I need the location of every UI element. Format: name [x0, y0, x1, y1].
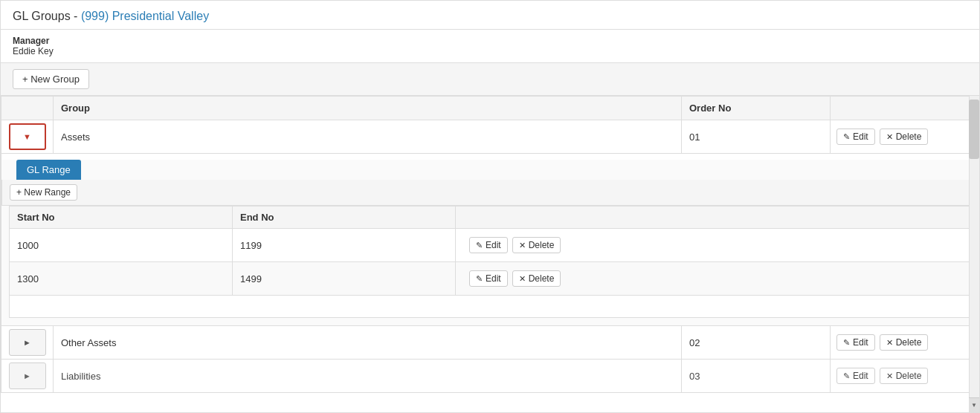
edit-range-button-1[interactable]: ✎ Edit [469, 237, 508, 253]
pencil-icon: ✎ [843, 132, 850, 142]
group-name-assets: Assets [54, 126, 681, 149]
times-icon-liab: ✕ [886, 371, 893, 381]
page-title: GL Groups - (999) Presidential Valley [13, 10, 967, 23]
actions-cell-other-assets: ✎ Edit ✕ Delete [831, 326, 979, 360]
expanded-row-assets: GL Range + New Range [1, 154, 979, 326]
gl-range-toolbar: + New Range [1, 180, 979, 206]
scroll-down-icon: ▼ [971, 402, 977, 409]
title-highlight: (999) Presidential Valley [81, 10, 209, 22]
edit-button-liabilities[interactable]: ✎ Edit [836, 368, 875, 384]
scrollbar-thumb[interactable] [969, 100, 979, 159]
range-row-empty [10, 296, 971, 318]
header-range-actions [456, 206, 971, 229]
manager-label: Manager [13, 36, 967, 46]
header-actions [831, 97, 979, 120]
main-content: Group Order No ▼ Assets [1, 96, 979, 412]
range-actions-1: ✎ Edit ✕ Delete [456, 229, 971, 262]
main-table-header: Group Order No [1, 97, 979, 120]
main-table-body: ▼ Assets 01 ✎ Edit [1, 120, 979, 393]
toolbar: + New Group [1, 63, 979, 96]
edit-button-assets[interactable]: ✎ Edit [836, 129, 875, 145]
table-row: ▼ Assets 01 ✎ Edit [1, 120, 979, 154]
row-expand-cell: ▼ [1, 120, 54, 154]
group-cell-other-assets: Other Assets [54, 326, 682, 360]
header-end-no: End No [233, 206, 456, 229]
new-group-button[interactable]: + New Group [13, 69, 89, 89]
table-row-other-assets: ► Other Assets 02 ✎ Edit [1, 326, 979, 360]
order-no-assets: 01 [682, 126, 830, 149]
actions-cell-assets: ✎ Edit ✕ Delete [831, 120, 979, 154]
edit-button-other-assets[interactable]: ✎ Edit [836, 334, 875, 351]
order-cell-liabilities: 03 [682, 360, 831, 393]
range-table-header: Start No End No [10, 206, 971, 229]
order-no-liabilities: 03 [682, 365, 830, 388]
expand-button-assets[interactable]: ▼ [9, 123, 46, 150]
start-no-1: 1000 [10, 229, 233, 262]
expand-cell-liabilities: ► [1, 360, 54, 393]
header-order: Order No [682, 97, 831, 120]
delete-range-button-2[interactable]: ✕ Delete [512, 270, 561, 287]
delete-button-assets[interactable]: ✕ Delete [880, 129, 929, 145]
new-range-button[interactable]: + New Range [10, 184, 77, 201]
order-cell-assets: 01 [682, 120, 831, 154]
expand-button-liabilities[interactable]: ► [9, 362, 46, 389]
gl-range-tab: GL Range [16, 160, 81, 180]
times-icon-range-1: ✕ [519, 241, 526, 250]
times-icon-range-2: ✕ [519, 274, 526, 284]
group-name-other-assets: Other Assets [54, 331, 681, 354]
manager-name: Eddie Key [13, 46, 967, 56]
group-cell-assets: Assets [54, 120, 682, 154]
header-expand [1, 97, 54, 120]
scrollbar-track[interactable]: ▼ [969, 96, 979, 412]
gl-range-container: GL Range + New Range [1, 160, 979, 325]
order-no-other-assets: 02 [682, 331, 830, 354]
pencil-icon-liab: ✎ [843, 371, 850, 381]
expand-cell-other-assets: ► [1, 326, 54, 360]
pencil-icon-other: ✎ [843, 338, 850, 348]
expanded-content-assets: GL Range + New Range [1, 154, 979, 326]
times-icon: ✕ [886, 132, 893, 142]
page-header: GL Groups - (999) Presidential Valley [1, 1, 979, 30]
end-no-1: 1199 [233, 229, 456, 262]
page-container: GL Groups - (999) Presidential Valley Ma… [0, 0, 980, 413]
range-row-1: 1000 1199 ✎ Edit [10, 229, 971, 262]
order-cell-other-assets: 02 [682, 326, 831, 360]
title-prefix: GL Groups - [13, 10, 81, 22]
edit-range-button-2[interactable]: ✎ Edit [469, 270, 508, 287]
chevron-right-icon-liabilities: ► [23, 371, 31, 380]
header-group: Group [54, 97, 682, 120]
range-empty-row [10, 296, 971, 318]
end-no-2: 1499 [233, 262, 456, 296]
range-table-body: 1000 1199 ✎ Edit [10, 229, 971, 318]
pencil-icon-range-1: ✎ [476, 241, 483, 250]
pencil-icon-range-2: ✎ [476, 274, 483, 284]
chevron-right-icon: ► [23, 338, 31, 347]
chevron-down-icon: ▼ [23, 132, 31, 141]
delete-range-button-1[interactable]: ✕ Delete [512, 237, 561, 253]
delete-button-other-assets[interactable]: ✕ Delete [880, 334, 929, 351]
header-start-no: Start No [10, 206, 233, 229]
scrollbar-down-arrow[interactable]: ▼ [969, 397, 979, 412]
delete-button-liabilities[interactable]: ✕ Delete [880, 368, 929, 384]
expand-button-other-assets[interactable]: ► [9, 329, 46, 356]
range-scroll-container[interactable]: Start No End No 1000 1199 [1, 206, 979, 318]
group-name-liabilities: Liabilities [54, 365, 681, 388]
table-row-liabilities: ► Liabilities 03 ✎ Edit [1, 360, 979, 393]
group-cell-liabilities: Liabilities [54, 360, 682, 393]
manager-section: Manager Eddie Key [1, 30, 979, 63]
actions-cell-liabilities: ✎ Edit ✕ Delete [831, 360, 979, 393]
range-row-2: 1300 1499 ✎ Edit [10, 262, 971, 296]
range-actions-2: ✎ Edit ✕ Delete [456, 262, 971, 296]
main-table: Group Order No ▼ Assets [1, 96, 979, 393]
start-no-2: 1300 [10, 262, 233, 296]
range-table: Start No End No 1000 1199 [9, 206, 971, 318]
times-icon-other: ✕ [886, 338, 893, 348]
